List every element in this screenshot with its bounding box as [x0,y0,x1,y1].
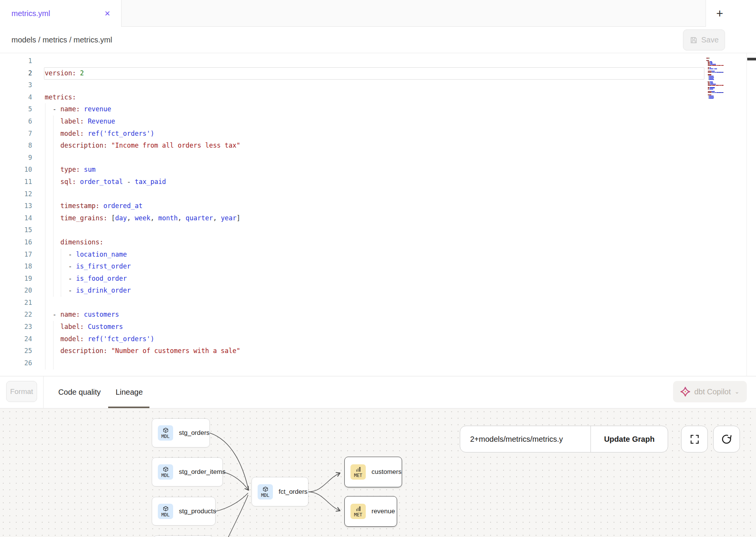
new-tab-button[interactable]: + [712,6,728,22]
format-button[interactable]: Format [6,381,37,402]
code-line: - location_name [45,249,702,261]
line-number: 9 [0,152,32,164]
line-number: 22 [0,309,32,321]
line-number: 16 [0,236,32,249]
code-line: description: "Number of customers with a… [45,345,702,357]
line-number: 24 [0,333,32,345]
code-line: model: ref('fct_orders') [45,128,702,140]
line-number: 10 [0,164,32,176]
graph-controls: 2+models/metrics/metrics.y Update Graph [460,426,668,452]
line-number: 25 [0,345,32,357]
code-line [45,79,702,91]
tab-code-quality[interactable]: Code quality [57,376,102,408]
line-number: 4 [0,91,32,104]
save-label: Save [701,36,719,44]
minimap[interactable] [706,57,746,99]
metric-icon: MET [350,504,366,519]
lineage-node-stg_order_items[interactable]: MDLstg_order_items [152,457,223,487]
code-line: model: ref('fct_orders') [45,333,702,345]
lineage-canvas[interactable]: MDLstg_ordersMDLstg_order_itemsMDLstg_pr… [0,408,756,537]
line-number: 11 [0,176,32,188]
line-number: 2 [0,67,32,80]
bottom-panel-bar: Format Code quality Lineage dbt Copilot … [0,376,756,408]
minimap-divider [746,53,747,376]
code-line: timestamp: ordered_at [45,200,702,212]
save-icon [689,36,698,44]
code-line: type: sum [45,164,702,176]
line-number: 1 [0,55,32,67]
lineage-node-stg_orders[interactable]: MDLstg_orders [152,418,210,447]
code-editor[interactable]: 1234567891011121314151617181920212223242… [0,53,756,376]
code-line [45,357,702,369]
node-label: revenue [372,508,395,515]
copilot-label: dbt Copilot [694,387,731,396]
chevron-down-icon: ⌄ [735,388,740,395]
breadcrumb: models / metrics / metrics.yml [11,27,112,53]
node-label: customers [372,468,401,476]
dbt-cloud-ide: metrics.yml ✕ + models / metrics / metri… [0,0,756,537]
node-label: stg_orders [179,429,209,437]
line-number: 8 [0,140,32,152]
breadcrumb-bar: models / metrics / metrics.yml Save [0,27,756,53]
line-number: 23 [0,321,32,333]
scrollbar-thumb[interactable] [747,58,756,60]
update-graph-button[interactable]: Update Graph [591,426,668,452]
line-number-gutter: 1234567891011121314151617181920212223242… [0,55,32,369]
tab-title: metrics.yml [11,9,50,18]
line-number: 5 [0,103,32,116]
selector-input[interactable]: 2+models/metrics/metrics.y [460,426,591,452]
line-number: 13 [0,200,32,212]
code-line: dimensions: [45,236,702,249]
line-number: 26 [0,357,32,369]
fullscreen-button[interactable] [681,426,708,452]
code-line: metrics: [45,91,702,104]
model-icon: MDL [258,484,273,500]
line-number: 18 [0,260,32,273]
save-button[interactable]: Save [683,29,725,50]
code-line: - is_drink_order [45,285,702,297]
tab-strip-filler [122,0,706,27]
metric-icon: MET [350,464,366,480]
code-line: version: 2 [45,67,702,80]
code-line: - name: customers [45,309,702,321]
tab-strip: metrics.yml ✕ + [0,0,756,27]
line-number: 6 [0,116,32,128]
code-line: - name: revenue [45,103,702,116]
lineage-node-customers[interactable]: METcustomers [344,457,402,487]
line-number: 12 [0,188,32,200]
code-line: label: Revenue [45,116,702,128]
code-line: description: "Income from all orders les… [45,140,702,152]
tab-metrics-yml[interactable]: metrics.yml ✕ [0,0,122,27]
code-line: label: Customers [45,321,702,333]
tab-lineage[interactable]: Lineage [113,376,146,408]
refresh-icon [721,434,732,444]
node-label: stg_order_items [179,468,226,476]
code-line: sql: order_total - tax_paid [45,176,702,188]
code-line [45,188,702,200]
lineage-node-stg_products[interactable]: MDLstg_products [152,497,216,526]
tab-close-icon[interactable]: ✕ [103,8,112,19]
copilot-icon [680,387,690,397]
lineage-node-revenue[interactable]: METrevenue [344,496,397,527]
lineage-node-partial[interactable] [153,535,213,537]
line-number: 19 [0,273,32,285]
node-label: fct_orders [279,488,308,496]
code-line: - is_first_order [45,260,702,273]
code-line [45,297,702,309]
line-number: 21 [0,297,32,309]
code-line: time_grains: [day, week, month, quarter,… [45,212,702,225]
code-line [45,152,702,164]
line-number: 17 [0,249,32,261]
model-icon: MDL [158,504,173,519]
lineage-node-fct_orders[interactable]: MDLfct_orders [251,477,308,506]
code-line [45,224,702,236]
line-number: 3 [0,79,32,91]
fullscreen-icon [689,434,700,444]
line-number: 15 [0,224,32,236]
refresh-button[interactable] [713,426,740,452]
code-line [45,55,702,67]
line-number: 20 [0,285,32,297]
line-number: 14 [0,212,32,225]
dbt-copilot-button[interactable]: dbt Copilot ⌄ [673,381,747,402]
line-number: 7 [0,128,32,140]
